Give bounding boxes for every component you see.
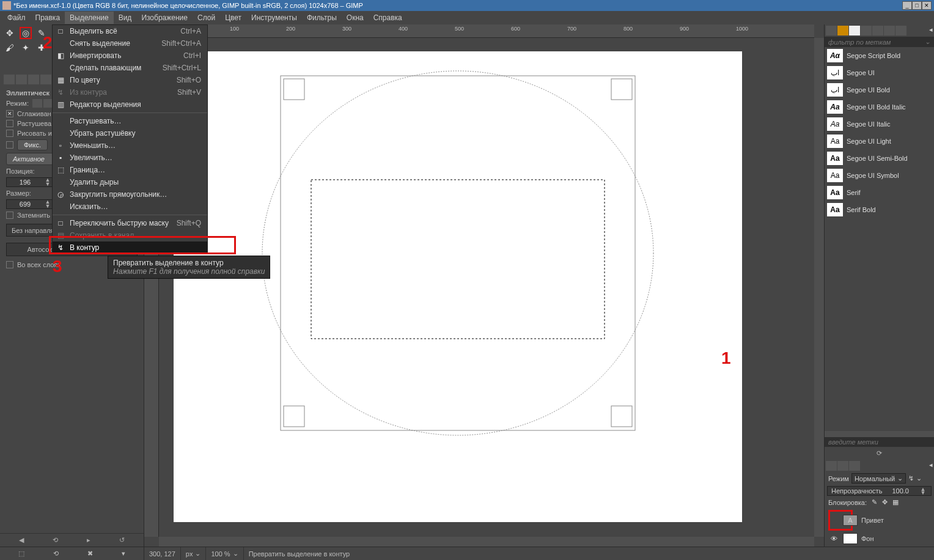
tab-paths2-icon[interactable] <box>849 461 860 471</box>
font-scroll[interactable] <box>825 431 934 437</box>
alllayers-checkbox[interactable] <box>6 261 13 268</box>
menu-item[interactable]: ▥Редактор выделения <box>53 98 207 111</box>
maximize-button[interactable]: □ <box>912 1 922 10</box>
lock-alpha-icon[interactable]: ▦ <box>892 498 899 506</box>
font-list[interactable]: AαSegoe Script BoldابSegoe UIابSegoe UI … <box>825 47 934 431</box>
menu-item[interactable]: ◶Закруглить прямоугольник… <box>53 188 207 201</box>
menu-выделение[interactable]: Выделение <box>65 12 114 24</box>
fixed-checkbox[interactable] <box>6 141 13 149</box>
menu-слой[interactable]: Слой <box>193 12 220 24</box>
font-row[interactable]: ابSegoe UI <box>825 64 934 81</box>
sb-unit-select[interactable]: px ⌄ <box>181 547 207 560</box>
sb-zoom-select[interactable]: 100 % ⌄ <box>206 547 243 560</box>
font-row[interactable]: AaSegoe UI Semi-Bold <box>825 150 934 167</box>
mode-switch-icon[interactable]: ↯ <box>908 474 914 482</box>
menu-item[interactable]: Исказить… <box>53 201 207 213</box>
sb-icon[interactable]: ⬚ <box>18 550 24 558</box>
tab-menu-icon[interactable]: ◂ <box>929 26 933 35</box>
tab-icon[interactable] <box>4 75 15 84</box>
save-preset-icon[interactable]: ◀ <box>19 536 24 544</box>
tab-layers-icon[interactable] <box>826 461 837 471</box>
font-row[interactable]: AaSegoe UI Bold Italic <box>825 98 934 116</box>
antialias-checkbox[interactable] <box>6 110 13 117</box>
font-filter-input[interactable]: фильтр по меткам ⌄ <box>825 37 934 47</box>
menu-item[interactable]: ↯В контур <box>53 241 207 254</box>
menu-изображение[interactable]: Изображение <box>136 12 193 24</box>
menu-item[interactable]: ▪Увеличить… <box>53 152 207 164</box>
fixed-button[interactable]: Фикс. <box>17 139 48 150</box>
scrollbar-horizontal[interactable] <box>159 537 814 547</box>
opacity-row[interactable]: Непрозрачность 100.0 ▲▼ <box>827 486 932 496</box>
menu-item[interactable]: ▫Уменьшить… <box>53 139 207 152</box>
menu-item[interactable]: Сделать плавающимShift+Ctrl+L <box>53 62 207 74</box>
font-row[interactable]: AaSegoe UI Light <box>825 133 934 150</box>
lock-position-icon[interactable]: ✥ <box>882 498 888 506</box>
menu-фильтры[interactable]: Фильтры <box>302 12 342 24</box>
tab-paths-icon[interactable] <box>872 26 883 35</box>
layer-visibility-icon[interactable]: 👁 <box>828 535 839 542</box>
canvas-viewport[interactable] <box>159 38 814 537</box>
clone-tool-icon[interactable]: ✦ <box>20 42 32 54</box>
menu-вид[interactable]: Вид <box>114 12 137 24</box>
restore-preset-icon[interactable]: ⟲ <box>53 536 58 544</box>
layer-visibility-icon[interactable] <box>828 510 839 531</box>
menu-справка[interactable]: Справка <box>369 12 407 24</box>
tab-menu-icon[interactable]: ◂ <box>929 461 933 471</box>
font-row[interactable]: AaSegoe UI Italic <box>825 116 934 133</box>
menu-цвет[interactable]: Цвет <box>220 12 246 24</box>
minimize-button[interactable]: _ <box>902 1 912 10</box>
ellipse-select-tool-icon[interactable]: ◎ <box>20 27 32 39</box>
menu-item[interactable]: Удалить дыры <box>53 176 207 188</box>
position-x-input[interactable]: ▲▼ <box>6 177 53 187</box>
feather-checkbox[interactable] <box>6 120 13 127</box>
tab-brushes-icon[interactable] <box>826 26 837 35</box>
layer-row[interactable]: 👁Фон <box>827 532 932 545</box>
mode-replace-icon[interactable] <box>32 99 42 108</box>
mode-select[interactable]: Нормальный⌄ <box>851 473 906 484</box>
tab-fonts-icon[interactable] <box>849 26 860 35</box>
font-row[interactable]: AαSegoe Script Bold <box>825 47 934 64</box>
sb-icon[interactable]: ▾ <box>122 550 125 558</box>
menu-item[interactable]: □Переключить быструю маскуShift+Q <box>53 217 207 229</box>
menu-item[interactable]: □Выделить всёCtrl+A <box>53 25 207 37</box>
reset-icon[interactable]: ↺ <box>119 536 125 544</box>
tag-entry-input[interactable]: введите метки <box>825 437 934 447</box>
menu-файл[interactable]: Файл <box>2 12 31 24</box>
menu-item[interactable]: ▦По цветуShift+O <box>53 74 207 86</box>
size-w-input[interactable]: ▲▼ <box>6 199 53 209</box>
close-button[interactable]: ✕ <box>922 1 932 10</box>
menu-item-icon: ▥ <box>56 100 65 109</box>
menu-item[interactable]: Растушевать… <box>53 115 207 127</box>
delete-preset-icon[interactable]: ▸ <box>87 536 90 544</box>
font-row[interactable]: ابSegoe UI Bold <box>825 81 934 98</box>
menu-item[interactable]: Снять выделениеShift+Ctrl+A <box>53 37 207 50</box>
menu-item[interactable]: ⬚Граница… <box>53 164 207 176</box>
move-tool-icon[interactable]: ✥ <box>4 27 16 39</box>
refresh-fonts-button[interactable]: ⟳ <box>825 447 934 460</box>
font-row[interactable]: AaSerif Bold <box>825 201 934 218</box>
darken-checkbox[interactable] <box>6 212 13 219</box>
tab-channels-icon[interactable] <box>837 461 848 471</box>
tab-icon[interactable] <box>28 75 39 84</box>
menu-правка[interactable]: Правка <box>31 12 65 24</box>
tab-icon[interactable] <box>16 75 27 84</box>
sb-icon[interactable]: ⟲ <box>53 550 59 558</box>
tab-patterns-icon[interactable] <box>837 26 848 35</box>
lock-pixels-icon[interactable]: ✎ <box>872 498 877 506</box>
menu-item-icon: ↯ <box>56 88 65 97</box>
tab-gradients-icon[interactable] <box>884 26 895 35</box>
font-row[interactable]: AaSegoe UI Symbol <box>825 167 934 184</box>
sb-icon[interactable]: ✖ <box>87 550 93 558</box>
font-row[interactable]: AaSerif <box>825 184 934 201</box>
tab-palettes-icon[interactable] <box>895 26 906 35</box>
menu-инструменты[interactable]: Инструменты <box>246 12 302 24</box>
menu-item[interactable]: Убрать растушёвку <box>53 127 207 139</box>
scrollbar-vertical[interactable] <box>814 38 824 537</box>
tab-history-icon[interactable] <box>861 26 872 35</box>
menu-окна[interactable]: Окна <box>342 12 369 24</box>
menu-item[interactable]: ◧ИнвертироватьCtrl+I <box>53 50 207 62</box>
drawfrom-checkbox[interactable] <box>6 130 13 137</box>
layer-row[interactable]: AПривет <box>827 509 932 532</box>
tab-icon[interactable] <box>40 75 51 84</box>
brush-tool-icon[interactable]: 🖌 <box>4 42 16 54</box>
